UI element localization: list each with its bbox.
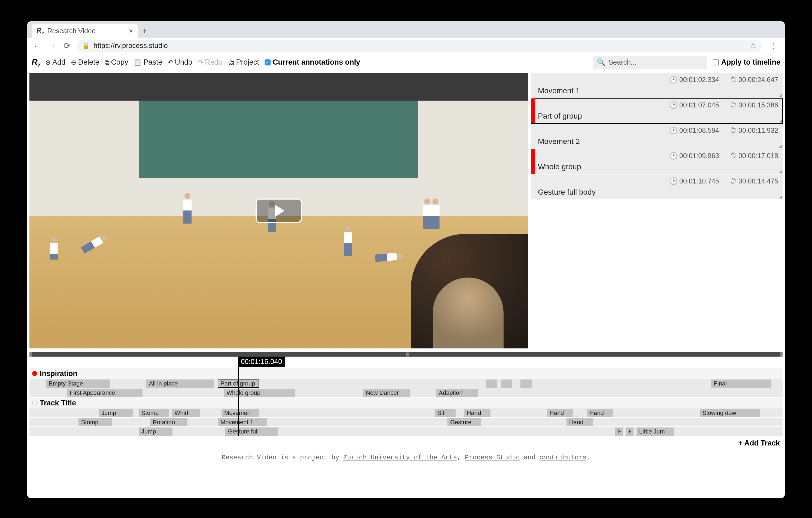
add-track-button[interactable]: + Add Track (27, 436, 785, 450)
annotation-duration: ⏱00:00:24.647 (730, 76, 778, 84)
timeline-clip[interactable]: Slowing dow (700, 409, 760, 417)
browser-menu-icon[interactable]: ⋮ (767, 41, 779, 50)
timeline-lane[interactable]: JumpStompWhirlMovemenSitHandHandHandSlow… (29, 408, 783, 418)
copy-button[interactable]: ⧉Copy (105, 58, 128, 66)
timeline-clip[interactable]: Stomp (79, 418, 112, 427)
timeline-clip[interactable]: Adaption (436, 389, 478, 397)
search-input[interactable]: 🔍 Search... (593, 56, 707, 69)
timeline-clip[interactable] (486, 380, 497, 388)
resize-handle-icon[interactable]: ◢ (779, 144, 782, 148)
upper-pane: 🕑00:01:02.334⏱00:00:24.647Movement 1◢🕑00… (27, 71, 785, 348)
annotation-duration: ⏱00:00:17.018 (730, 152, 778, 160)
timeline-clip[interactable]: Stomp (139, 409, 169, 417)
undo-icon: ↶ (168, 59, 173, 66)
clock-icon: 🕑 (669, 177, 678, 185)
track-name: Track Title (40, 399, 76, 407)
timeline-clip[interactable] (520, 380, 532, 388)
timeline-clip[interactable]: Hand (547, 409, 573, 417)
play-button[interactable] (256, 198, 302, 223)
timeline-clip[interactable]: Sit (435, 409, 456, 417)
play-icon (275, 205, 285, 217)
plus-circle-icon: ⊕ (45, 59, 51, 66)
footer-link-process-studio[interactable]: Process Studio (465, 454, 520, 461)
paste-button[interactable]: 📋Paste (134, 58, 162, 66)
annotation-duration: ⏱00:00:14.475 (730, 177, 778, 185)
timeline-lane[interactable]: StompRotationMovement 1GestureHand (29, 418, 783, 427)
footer-link-zhdk[interactable]: Zurich University of the Arts (343, 454, 457, 461)
tab-title: Research Video (47, 27, 95, 35)
timeline-clip[interactable]: Movemen (222, 409, 259, 417)
timeline-clip[interactable]: New Dancer (363, 389, 410, 397)
footer: Research Video is a project by Zurich Un… (27, 450, 785, 463)
timeline-clip[interactable]: Empty Stage (46, 380, 110, 388)
annotation-row[interactable]: 🕑00:01:10.745⏱00:00:14.475Gesture full b… (531, 174, 783, 200)
current-annotations-checkbox[interactable]: ✓ Current annotations only (265, 58, 360, 66)
forward-icon[interactable]: → (48, 41, 57, 50)
bookmark-star-icon[interactable]: ☆ (750, 41, 756, 50)
resize-handle-icon[interactable]: ◢ (779, 118, 782, 123)
timeline-clip[interactable]: Jump (99, 409, 133, 417)
lock-icon: 🔒 (82, 42, 90, 49)
timeline-clip[interactable]: Little Jum (637, 428, 674, 436)
timeline-clip[interactable] (501, 380, 512, 388)
redo-button[interactable]: ↷Redo (198, 58, 223, 66)
stopwatch-icon: ⏱ (730, 152, 737, 160)
timeline-clip[interactable]: ⊦ (626, 428, 634, 436)
annotation-duration: ⏱00:00:15.386 (730, 101, 778, 109)
close-icon[interactable]: × (129, 27, 133, 35)
delete-button[interactable]: ⊖Delete (71, 58, 99, 66)
timeline-clip[interactable]: Gesture full (225, 428, 278, 436)
timeline-clip[interactable]: Movement 1 (218, 418, 267, 427)
track-header[interactable]: Track Title (29, 398, 783, 408)
annotation-title: Gesture full body (536, 188, 778, 196)
timeline-clip[interactable]: Final (711, 380, 771, 388)
resize-handle-icon[interactable]: ◢ (779, 194, 782, 199)
scrubber-right-handle[interactable] (780, 352, 783, 357)
footer-link-contributors[interactable]: contributors (540, 454, 587, 461)
timeline-clip[interactable]: Hand (464, 409, 490, 417)
annotation-title: Movement 2 (536, 137, 778, 146)
playhead-line[interactable] (238, 368, 239, 436)
video-player[interactable] (29, 73, 528, 348)
timeline-lane[interactable]: JumpGesture full⊦⊦Little Jum (29, 427, 783, 436)
timeline-clip[interactable]: All in place (146, 380, 214, 388)
minus-circle-icon: ⊖ (71, 59, 76, 66)
annotation-row[interactable]: 🕑00:01:09.963⏱00:00:17.018Whole group◢ (531, 149, 783, 174)
address-bar[interactable]: 🔒 https://rv.process.studio ☆ (77, 40, 762, 52)
timeline-clip[interactable]: First Appearance (67, 389, 142, 397)
timeline-lane[interactable]: First AppearanceWhole groupNew DancerAda… (29, 388, 783, 398)
project-button[interactable]: 🗂Project (228, 58, 259, 66)
timeline-clip[interactable]: Hand (567, 418, 593, 427)
tab-research-video[interactable]: RV Research Video × (32, 24, 138, 37)
timeline-clip[interactable]: Gesture (447, 418, 481, 427)
track-header[interactable]: Inspiration (29, 368, 783, 379)
reload-icon[interactable]: ⟳ (62, 41, 71, 50)
apply-timeline-checkbox[interactable]: Apply to timeline (713, 58, 780, 66)
track-color-dot (32, 401, 37, 405)
scrubber-left-handle[interactable] (29, 352, 32, 357)
annotation-row[interactable]: 🕑00:01:07.045⏱00:00:15.386Part of group◢ (531, 99, 783, 124)
timeline-clip[interactable]: Whole group (224, 389, 295, 397)
timeline-lane[interactable]: Empty StageAll in placePart of groupFina… (29, 379, 783, 388)
resize-handle-icon[interactable]: ◢ (779, 169, 782, 173)
timeline-clip[interactable]: Jump (139, 428, 172, 436)
clock-icon: 🕑 (669, 127, 678, 134)
timeline-clip[interactable]: Hand (587, 409, 613, 417)
undo-button[interactable]: ↶Undo (168, 58, 193, 66)
timeline-clip[interactable]: Whirl (172, 409, 200, 417)
new-tab-button[interactable]: + (138, 24, 151, 37)
checkbox-icon: ✓ (265, 59, 270, 65)
annotation-row[interactable]: 🕑00:01:08.594⏱00:00:11.932Movement 2◢ (531, 124, 783, 149)
add-button[interactable]: ⊕Add (45, 58, 65, 66)
resize-handle-icon[interactable]: ◢ (779, 93, 782, 97)
search-icon: 🔍 (597, 58, 605, 66)
timeline-clip[interactable]: Rotation (150, 418, 187, 427)
stopwatch-icon: ⏱ (730, 177, 737, 185)
annotation-start: 🕑00:01:08.594 (669, 127, 719, 134)
annotation-color-bar (531, 124, 535, 148)
scrubber-handle[interactable] (406, 353, 409, 356)
back-icon[interactable]: ← (33, 41, 42, 50)
annotation-row[interactable]: 🕑00:01:02.334⏱00:00:24.647Movement 1◢ (531, 73, 783, 99)
timeline-clip[interactable]: ⊦ (615, 428, 623, 436)
timeline-scrubber[interactable] (29, 352, 783, 357)
